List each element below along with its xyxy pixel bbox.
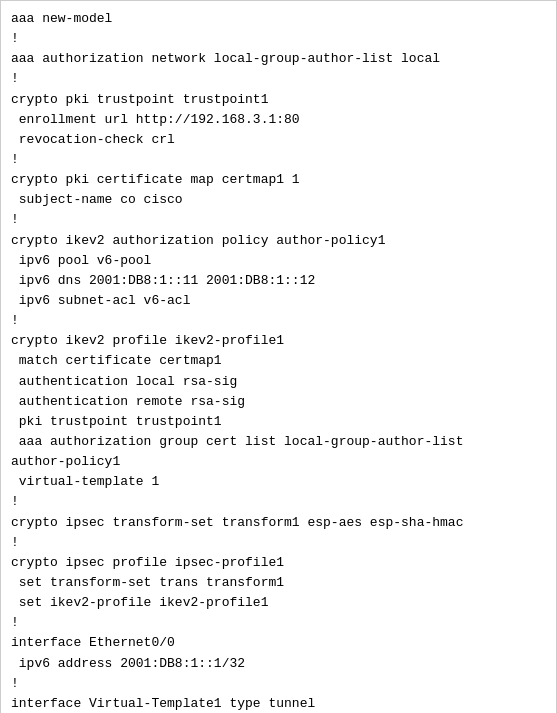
code-line: authentication local rsa-sig xyxy=(11,372,546,392)
code-line: pki trustpoint trustpoint1 xyxy=(11,412,546,432)
code-line: ! xyxy=(11,150,546,170)
code-line: crypto pki trustpoint trustpoint1 xyxy=(11,90,546,110)
code-line: ! xyxy=(11,613,546,633)
code-line: interface Virtual-Template1 type tunnel xyxy=(11,694,546,713)
code-line: aaa new-model xyxy=(11,9,546,29)
code-line: authentication remote rsa-sig xyxy=(11,392,546,412)
code-line: ipv6 pool v6-pool xyxy=(11,251,546,271)
code-line: ! xyxy=(11,210,546,230)
code-line: ! xyxy=(11,29,546,49)
code-line: ! xyxy=(11,674,546,694)
code-line: crypto ikev2 profile ikev2-profile1 xyxy=(11,331,546,351)
code-line: ! xyxy=(11,492,546,512)
code-line: crypto ikev2 authorization policy author… xyxy=(11,231,546,251)
code-line: aaa authorization group cert list local-… xyxy=(11,432,546,452)
code-line: set transform-set trans transform1 xyxy=(11,573,546,593)
code-line: virtual-template 1 xyxy=(11,472,546,492)
code-line: enrollment url http://192.168.3.1:80 xyxy=(11,110,546,130)
code-line: interface Ethernet0/0 xyxy=(11,633,546,653)
code-line: match certificate certmap1 xyxy=(11,351,546,371)
code-line: ipv6 address 2001:DB8:1::1/32 xyxy=(11,654,546,674)
code-line: author-policy1 xyxy=(11,452,546,472)
code-line: crypto pki certificate map certmap1 1 xyxy=(11,170,546,190)
code-block: aaa new-model!aaa authorization network … xyxy=(0,0,557,713)
code-line: ! xyxy=(11,311,546,331)
code-line: crypto ipsec transform-set transform1 es… xyxy=(11,513,546,533)
code-line: ipv6 dns 2001:DB8:1::11 2001:DB8:1::12 xyxy=(11,271,546,291)
code-line: subject-name co cisco xyxy=(11,190,546,210)
code-line: ! xyxy=(11,533,546,553)
code-line: ! xyxy=(11,69,546,89)
code-line: set ikev2-profile ikev2-profile1 xyxy=(11,593,546,613)
code-line: revocation-check crl xyxy=(11,130,546,150)
code-line: aaa authorization network local-group-au… xyxy=(11,49,546,69)
code-line: ipv6 subnet-acl v6-acl xyxy=(11,291,546,311)
code-line: crypto ipsec profile ipsec-profile1 xyxy=(11,553,546,573)
